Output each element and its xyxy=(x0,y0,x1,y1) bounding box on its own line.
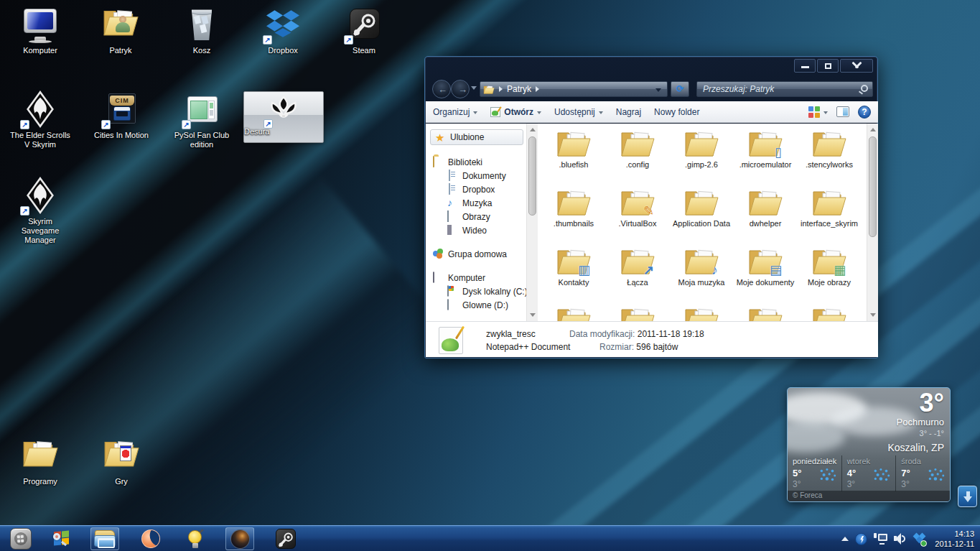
scroll-down-icon[interactable] xyxy=(870,313,876,317)
file-label: .stencylworks xyxy=(798,160,861,170)
organize-button[interactable]: Organizuj xyxy=(433,107,477,117)
temperature-range: 3° - -1° xyxy=(887,429,944,437)
files-scrollbar[interactable] xyxy=(867,124,878,321)
file-item[interactable]: .thumbnails xyxy=(542,185,605,244)
network-tray-icon[interactable] xyxy=(874,533,887,545)
burn-button[interactable]: Nagraj xyxy=(616,107,641,117)
share-button[interactable]: Udostępnij xyxy=(554,107,603,117)
lightning-tray-icon[interactable] xyxy=(855,533,867,545)
desktop-icon-skyrim-savegame-manager[interactable]: ↗ Skyrim Savegame Manager xyxy=(9,177,72,245)
close-button[interactable] xyxy=(840,59,873,73)
desktop-icon-pysol[interactable]: ↗ PySol Fan Club edition xyxy=(170,91,233,149)
volume-tray-icon[interactable] xyxy=(894,533,907,545)
video-icon xyxy=(447,225,452,235)
help-button[interactable]: ? xyxy=(858,106,871,119)
recent-pages-dropdown-icon[interactable] xyxy=(471,86,477,90)
desktop-icon-steam[interactable]: ↗ Steam xyxy=(332,6,396,55)
file-item[interactable]: dwhelper xyxy=(734,185,797,244)
sidebar-item-dokumenty[interactable]: Dokumenty xyxy=(426,169,526,182)
sidebar-item-grupa-domowa[interactable]: Grupa domowa xyxy=(426,247,526,261)
file-item[interactable]: ▤ Moje dokumenty xyxy=(734,244,797,303)
address-bar[interactable]: Patryk xyxy=(480,81,668,97)
sidebar-item-ulubione[interactable]: ★ Ulubione xyxy=(430,129,523,145)
sidebar-scrollbar[interactable] xyxy=(526,124,538,321)
file-item[interactable]: ▯ .microemulator xyxy=(734,126,797,185)
sidebar-item-biblioteki[interactable]: Biblioteki xyxy=(426,155,526,169)
desktop-icon-komputer[interactable]: Komputer xyxy=(9,6,72,55)
file-item[interactable]: Application Data xyxy=(670,185,733,244)
taskbar-item-daemon-tools[interactable] xyxy=(181,527,210,550)
sidebar-item-glowne-d[interactable]: Glowne (D:) xyxy=(426,298,526,312)
views-button[interactable] xyxy=(808,106,828,118)
file-item[interactable] xyxy=(670,303,733,321)
desktop-icon-kosz[interactable]: Kosz xyxy=(170,6,233,55)
weather-gadget[interactable]: 3° Pochmurno 3° - -1° Koszalin, ZP ponie… xyxy=(787,387,951,502)
new-folder-button[interactable]: Nowy folder xyxy=(654,107,699,117)
file-item[interactable] xyxy=(734,303,797,321)
back-button[interactable]: ← xyxy=(432,80,451,98)
sidebar-item-muzyka[interactable]: ♪ Muzyka xyxy=(426,196,526,210)
file-item[interactable]: interface_skyrim xyxy=(798,185,861,244)
file-label: dwhelper xyxy=(734,219,797,228)
file-item[interactable]: ▥ Kontakty xyxy=(542,244,605,303)
desktop-icon-dropbox[interactable]: ↗ Dropbox xyxy=(251,6,314,55)
desktop-icon-cities-in-motion[interactable]: CIM ↗ Cities In Motion xyxy=(90,91,153,140)
folder-overlay-icon: ✎ xyxy=(643,206,654,217)
desktop-icon-desura-selected[interactable]: ↗ Desura xyxy=(243,91,324,143)
file-item[interactable]: ♪ Moja muzyka xyxy=(670,244,733,303)
scroll-up-icon[interactable] xyxy=(870,128,876,131)
file-item[interactable]: .config xyxy=(606,126,669,185)
file-item[interactable]: .gimp-2.6 xyxy=(670,126,733,185)
search-input[interactable] xyxy=(697,82,872,96)
sidebar-item-obrazy[interactable]: Obrazy xyxy=(426,210,526,223)
gadget-arrow-button[interactable] xyxy=(958,486,977,507)
scrollbar-thumb[interactable] xyxy=(869,136,877,237)
taskbar-item-clementine[interactable] xyxy=(136,527,165,550)
shortcut-arrow-icon: ↗ xyxy=(263,35,272,45)
pictures-icon xyxy=(447,210,449,222)
desktop-icon-skyrim[interactable]: ↗ The Elder Scrolls V Skyrim xyxy=(9,91,72,149)
breadcrumb-folder[interactable]: Patryk xyxy=(507,84,531,94)
scroll-up-icon[interactable] xyxy=(530,128,536,131)
file-item[interactable] xyxy=(606,303,669,321)
file-item[interactable]: .bluefish xyxy=(542,126,605,185)
refresh-button[interactable]: ⟳ xyxy=(671,81,689,97)
forward-button[interactable]: → xyxy=(451,80,470,98)
desktop-icon-gry[interactable]: Gry xyxy=(90,437,153,486)
sidebar-item-dysk-c[interactable]: Dysk lokalny (C:) xyxy=(426,284,526,298)
file-item[interactable]: ↗ Łącza xyxy=(606,244,669,303)
preview-pane-button[interactable] xyxy=(836,106,849,117)
sidebar-item-wideo[interactable]: Wideo xyxy=(426,223,526,237)
file-item[interactable] xyxy=(798,303,861,321)
search-icon[interactable] xyxy=(861,85,868,92)
minimize-button[interactable] xyxy=(794,59,816,73)
sidebar-item-dropbox[interactable]: Dropbox xyxy=(426,182,526,196)
desktop-icon-patryk[interactable]: Patryk xyxy=(89,6,152,55)
sidebar-item-komputer[interactable]: Komputer xyxy=(426,271,526,284)
recycle-bin-icon xyxy=(183,6,220,43)
taskbar-item-steam[interactable] xyxy=(271,527,300,550)
desktop-icon-programy[interactable]: Programy xyxy=(9,437,72,486)
taskbar-clock[interactable]: 14:13 2011-12-11 xyxy=(935,529,974,549)
desktop-icon-label: Kosz xyxy=(170,46,233,55)
scroll-down-icon[interactable] xyxy=(530,313,536,317)
taskbar-item-windows-search[interactable] xyxy=(47,527,76,550)
maximize-button[interactable] xyxy=(817,59,839,73)
open-button[interactable]: Otwórz xyxy=(490,107,541,117)
taskbar-item-firefox-nightly[interactable] xyxy=(225,527,254,550)
scrollbar-thumb[interactable] xyxy=(528,136,536,216)
desktop-icon-label: Skyrim Savegame Manager xyxy=(9,217,72,245)
address-dropdown-icon[interactable] xyxy=(655,88,661,92)
file-item[interactable] xyxy=(542,303,605,321)
dropbox-tray-icon[interactable] xyxy=(913,533,925,545)
file-label: .microemulator xyxy=(734,160,797,170)
taskbar-item-explorer[interactable] xyxy=(90,527,119,550)
breadcrumb-chevron-icon[interactable] xyxy=(536,86,539,92)
show-hidden-icons-button[interactable] xyxy=(841,537,849,541)
file-item[interactable]: ✎ .VirtualBox xyxy=(606,185,669,244)
file-item[interactable]: ▦ Moje obrazy xyxy=(798,244,861,303)
search-box[interactable] xyxy=(696,81,873,97)
file-item[interactable]: .stencylworks xyxy=(798,126,861,185)
start-button[interactable] xyxy=(10,528,32,550)
library-icon xyxy=(433,156,434,167)
